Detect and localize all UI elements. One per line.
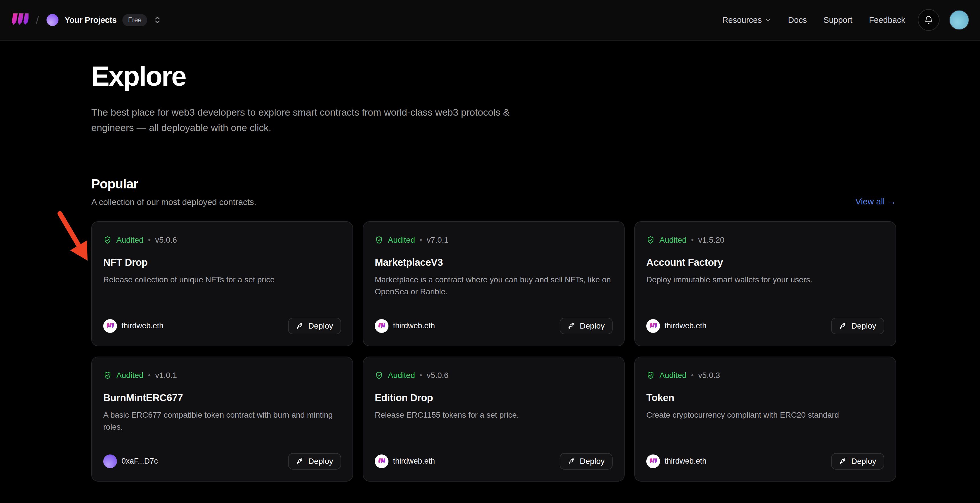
thirdweb-mini-logo-icon xyxy=(107,323,114,329)
nav-link-feedback[interactable]: Feedback xyxy=(869,15,905,25)
publisher-avatar-thirdweb xyxy=(646,455,660,468)
contract-card[interactable]: Audited • v7.0.1 MarketplaceV3 Marketpla… xyxy=(363,221,625,346)
team-name: Your Projects xyxy=(65,15,117,25)
chevron-down-icon xyxy=(765,16,772,23)
publisher-avatar-thirdweb xyxy=(375,319,388,333)
card-footer: thirdweb.eth Deploy xyxy=(375,318,612,334)
card-badge-row: Audited • v5.0.6 xyxy=(103,236,341,245)
publisher[interactable]: thirdweb.eth xyxy=(646,455,706,468)
card-footer: 0xaF...D7c Deploy xyxy=(103,453,341,469)
contract-card[interactable]: Audited • v1.0.1 BurnMintERC677 A basic … xyxy=(91,356,353,482)
rocket-icon xyxy=(839,322,847,330)
contract-card[interactable]: Audited • v5.0.3 Token Create cryptocurr… xyxy=(634,356,896,482)
contracts-grid: Audited • v5.0.6 NFT Drop Release collec… xyxy=(91,221,896,482)
contract-title[interactable]: MarketplaceV3 xyxy=(375,257,612,268)
publisher[interactable]: thirdweb.eth xyxy=(103,319,164,333)
deploy-button[interactable]: Deploy xyxy=(831,453,884,469)
rocket-icon xyxy=(296,322,304,330)
user-avatar[interactable] xyxy=(949,10,969,30)
contract-description: A basic ERC677 compatible token contract… xyxy=(103,409,341,433)
audited-shield-icon xyxy=(103,371,112,380)
publisher[interactable]: thirdweb.eth xyxy=(375,319,435,333)
view-all-link[interactable]: View all → xyxy=(855,197,896,206)
deploy-label: Deploy xyxy=(851,321,876,331)
contract-title[interactable]: Token xyxy=(646,392,884,403)
deploy-label: Deploy xyxy=(308,457,333,466)
contract-version: v1.0.1 xyxy=(155,371,177,380)
contract-description: Release collection of unique NFTs for a … xyxy=(103,274,341,286)
audited-label: Audited xyxy=(116,371,143,380)
contract-version: v5.0.6 xyxy=(427,371,449,380)
notifications-button[interactable] xyxy=(918,9,940,31)
deploy-button[interactable]: Deploy xyxy=(288,453,341,469)
publisher[interactable]: thirdweb.eth xyxy=(375,455,435,468)
plan-badge: Free xyxy=(123,14,147,26)
top-navbar: / Your Projects Free Resources Docs Supp… xyxy=(0,0,980,40)
contract-title[interactable]: BurnMintERC677 xyxy=(103,392,341,403)
publisher-avatar-thirdweb xyxy=(646,319,660,333)
deploy-label: Deploy xyxy=(580,321,605,331)
audited-label: Audited xyxy=(116,236,143,245)
nav-link-resources[interactable]: Resources xyxy=(722,15,772,25)
deploy-button[interactable]: Deploy xyxy=(831,318,884,334)
thirdweb-mini-logo-icon xyxy=(649,323,657,329)
publisher-avatar-thirdweb xyxy=(103,319,117,333)
deploy-label: Deploy xyxy=(308,321,333,331)
card-footer: thirdweb.eth Deploy xyxy=(375,453,612,469)
deploy-button[interactable]: Deploy xyxy=(560,318,612,334)
nav-link-support[interactable]: Support xyxy=(823,15,853,25)
explore-page: { "navbar": { "slash": "/", "team_name":… xyxy=(0,0,980,503)
publisher-name: thirdweb.eth xyxy=(393,457,435,466)
contract-title[interactable]: NFT Drop xyxy=(103,257,341,268)
card-footer: thirdweb.eth Deploy xyxy=(646,453,884,469)
card-badge-row: Audited • v1.0.1 xyxy=(103,371,341,380)
publisher-avatar-thirdweb xyxy=(375,455,388,468)
card-footer: thirdweb.eth Deploy xyxy=(103,318,341,334)
card-badge-row: Audited • v7.0.1 xyxy=(375,236,612,245)
badge-dot: • xyxy=(420,371,422,380)
audited-shield-icon xyxy=(646,236,655,244)
nav-link-resources-label: Resources xyxy=(722,15,762,25)
contract-version: v1.5.20 xyxy=(698,236,724,245)
card-badge-row: Audited • v5.0.6 xyxy=(375,371,612,380)
popular-heading: Popular xyxy=(91,176,256,192)
badge-dot: • xyxy=(420,236,422,244)
contract-version: v5.0.3 xyxy=(698,371,720,380)
rocket-icon xyxy=(568,322,576,330)
card-badge-row: Audited • v1.5.20 xyxy=(646,236,884,245)
publisher[interactable]: 0xaF...D7c xyxy=(103,455,158,468)
contract-title[interactable]: Account Factory xyxy=(646,257,884,268)
publisher[interactable]: thirdweb.eth xyxy=(646,319,706,333)
contract-title[interactable]: Edition Drop xyxy=(375,392,612,403)
deploy-button[interactable]: Deploy xyxy=(288,318,341,334)
contract-card[interactable]: Audited • v5.0.6 NFT Drop Release collec… xyxy=(91,221,353,346)
contract-version: v5.0.6 xyxy=(155,236,177,245)
thirdweb-mini-logo-icon xyxy=(378,458,385,464)
team-switcher[interactable]: Your Projects Free xyxy=(46,14,162,26)
publisher-name: thirdweb.eth xyxy=(665,321,706,330)
nav-link-docs[interactable]: Docs xyxy=(788,15,807,25)
thirdweb-mini-logo-icon xyxy=(378,323,385,329)
main-content: Explore The best place for web3 develope… xyxy=(91,61,896,482)
card-badge-row: Audited • v5.0.3 xyxy=(646,371,884,380)
thirdweb-logo[interactable] xyxy=(11,13,29,27)
thirdweb-mini-logo-icon xyxy=(649,458,657,464)
audited-shield-icon xyxy=(375,371,383,380)
publisher-name: thirdweb.eth xyxy=(393,321,435,330)
contract-description: Release ERC1155 tokens for a set price. xyxy=(375,409,612,421)
contract-card[interactable]: Audited • v1.5.20 Account Factory Deploy… xyxy=(634,221,896,346)
badge-dot: • xyxy=(148,236,151,244)
audited-label: Audited xyxy=(659,236,687,245)
badge-dot: • xyxy=(691,236,694,244)
deploy-label: Deploy xyxy=(580,457,605,466)
contract-card[interactable]: Audited • v5.0.6 Edition Drop Release ER… xyxy=(363,356,625,482)
popular-subheading: A collection of our most deployed contra… xyxy=(91,197,256,207)
contract-description: Create cryptocurrency compliant with ERC… xyxy=(646,409,884,421)
deploy-button[interactable]: Deploy xyxy=(560,453,612,469)
contract-description: Deploy immutable smart wallets for your … xyxy=(646,274,884,286)
audited-label: Audited xyxy=(388,371,415,380)
rocket-icon xyxy=(839,457,847,465)
team-switcher-chevrons-icon[interactable] xyxy=(153,15,162,24)
audited-shield-icon xyxy=(103,236,112,244)
contract-description: Marketplace is a contract where you can … xyxy=(375,274,612,298)
